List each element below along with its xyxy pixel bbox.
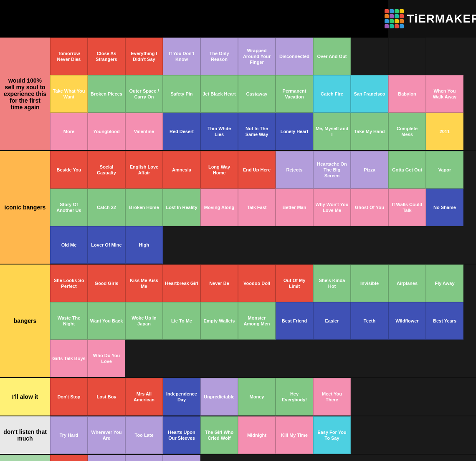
song-tile[interactable]: High: [125, 226, 163, 264]
song-tile[interactable]: Outer Space / Carry On: [125, 75, 163, 113]
song-tile[interactable]: Hey Everybody!: [276, 378, 313, 416]
song-tile[interactable]: Heartache On The Big Screen: [313, 151, 351, 189]
song-tile[interactable]: Best Friend: [276, 302, 313, 340]
song-tile[interactable]: Teeth: [351, 302, 388, 340]
song-tile[interactable]: Everything I Didn't Say: [125, 38, 163, 75]
song-tile[interactable]: 18: [50, 455, 88, 461]
song-tile[interactable]: Out Of My Limit: [276, 265, 313, 302]
song-tile[interactable]: Broken Home: [125, 189, 163, 226]
song-tile[interactable]: [388, 38, 426, 75]
song-tile[interactable]: Meet You There: [313, 378, 351, 416]
song-tile[interactable]: Unpredictable: [200, 378, 238, 416]
song-tile[interactable]: Just Saying: [163, 455, 200, 461]
song-tile[interactable]: Good Girls: [88, 265, 125, 302]
song-tile[interactable]: Why Won't You Love Me: [313, 189, 351, 226]
song-tile[interactable]: Best Years: [426, 302, 463, 340]
song-tile[interactable]: Over And Out: [313, 38, 351, 75]
song-tile[interactable]: Easy For You To Say: [313, 416, 351, 454]
song-tile[interactable]: Castaway: [238, 75, 276, 113]
song-tile[interactable]: Lost Boy: [88, 378, 125, 416]
song-tile[interactable]: Girls Talk Boys: [50, 340, 88, 377]
song-tile[interactable]: Disconnected: [276, 38, 313, 75]
song-tile[interactable]: Me, Myself and I: [313, 113, 351, 150]
song-tile[interactable]: Story Of Another Us: [50, 189, 88, 226]
song-tile[interactable]: No Shame: [426, 189, 463, 226]
song-tile[interactable]: Lie To Me: [163, 302, 200, 340]
song-tile[interactable]: Fly Away: [426, 265, 463, 302]
song-tile[interactable]: Vapor: [426, 151, 463, 189]
song-tile[interactable]: Old Me: [50, 226, 88, 264]
song-tile[interactable]: Kill My Time: [276, 416, 313, 454]
song-tile[interactable]: Ghost Of You: [351, 189, 388, 226]
song-tile[interactable]: End Up Here: [238, 151, 276, 189]
song-tile[interactable]: The Only Reason: [200, 38, 238, 75]
song-tile[interactable]: Broken Pieces: [88, 75, 125, 113]
song-tile[interactable]: If Walls Could Talk: [388, 189, 426, 226]
song-tile[interactable]: Independence Day: [163, 378, 200, 416]
song-tile[interactable]: Don't Stop: [50, 378, 88, 416]
song-tile[interactable]: Catch 22: [88, 189, 125, 226]
song-tile[interactable]: 2011: [426, 113, 463, 150]
song-tile[interactable]: Heartbreak Girl: [163, 265, 200, 302]
song-tile[interactable]: Beside You: [50, 151, 88, 189]
song-tile[interactable]: Better Man: [276, 189, 313, 226]
song-tile[interactable]: Too Late: [125, 416, 163, 454]
song-tile[interactable]: Thin White Lies: [200, 113, 238, 150]
song-tile[interactable]: More: [50, 113, 88, 150]
song-tile[interactable]: Kiss Me Kiss Me: [125, 265, 163, 302]
song-tile[interactable]: Pizza: [351, 151, 388, 189]
song-tile[interactable]: Never Be: [200, 265, 238, 302]
song-tile[interactable]: Complete Mess: [388, 113, 426, 150]
song-tile[interactable]: Hearts Upon Our Sleeves: [163, 416, 200, 454]
song-tile[interactable]: Airplanes: [388, 265, 426, 302]
song-tile[interactable]: Invisible: [351, 265, 388, 302]
song-tile[interactable]: Wildflower: [388, 302, 426, 340]
song-tile[interactable]: [351, 38, 388, 75]
song-tile[interactable]: Midnight: [238, 416, 276, 454]
song-tile[interactable]: Woke Up In Japan: [125, 302, 163, 340]
song-tile[interactable]: Greenlight: [88, 455, 125, 461]
song-tile[interactable]: San Francisco: [351, 75, 388, 113]
song-tile[interactable]: Lonely Heart: [276, 113, 313, 150]
song-tile[interactable]: Try Hard: [50, 416, 88, 454]
song-tile[interactable]: Babylon: [388, 75, 426, 113]
song-tile[interactable]: Monster Among Men: [238, 302, 276, 340]
song-tile[interactable]: English Love Affair: [125, 151, 163, 189]
song-tile[interactable]: Talk Fast: [238, 189, 276, 226]
song-tile[interactable]: Tomorrow Never Dies: [50, 38, 88, 75]
song-tile[interactable]: Wherever You Are: [88, 416, 125, 454]
song-tile[interactable]: Not In The Same Way: [238, 113, 276, 150]
song-tile[interactable]: Long Way Home: [200, 151, 238, 189]
song-tile[interactable]: She's Kinda Hot: [313, 265, 351, 302]
song-tile[interactable]: Money: [238, 378, 276, 416]
song-tile[interactable]: Waste The Night: [50, 302, 88, 340]
song-tile[interactable]: Lost In Reality: [163, 189, 200, 226]
song-tile[interactable]: Want You Back: [88, 302, 125, 340]
song-tile[interactable]: Red Desert: [163, 113, 200, 150]
song-tile[interactable]: If You Don't Know: [163, 38, 200, 75]
song-tile[interactable]: Take My Hand: [351, 113, 388, 150]
song-tile[interactable]: Wrapped Around Your Finger: [238, 38, 276, 75]
song-tile[interactable]: Youngblood: [88, 113, 125, 150]
song-tile[interactable]: Who Do You Love: [88, 340, 125, 377]
song-tile[interactable]: Amnesia: [163, 151, 200, 189]
song-tile[interactable]: Valentine: [125, 113, 163, 150]
song-tile[interactable]: Rejects: [276, 151, 313, 189]
song-tile[interactable]: Catch Fire: [313, 75, 351, 113]
song-tile[interactable]: Voodoo Doll: [238, 265, 276, 302]
song-tile[interactable]: Mrs All American: [125, 378, 163, 416]
song-tile[interactable]: Moving Along: [200, 189, 238, 226]
song-tile[interactable]: Safety Pin: [163, 75, 200, 113]
song-tile[interactable]: Take What You Want: [50, 75, 88, 113]
song-tile[interactable]: Social Casualty: [88, 151, 125, 189]
song-tile[interactable]: Permanent Vacation: [276, 75, 313, 113]
song-tile[interactable]: Gotta Get Out: [388, 151, 426, 189]
song-tile[interactable]: The Girl Who Cried Wolf: [200, 416, 238, 454]
song-tile[interactable]: Easier: [313, 302, 351, 340]
song-tile[interactable]: She Looks So Perfect: [50, 265, 88, 302]
song-tile[interactable]: Jet Black Heart: [200, 75, 238, 113]
song-tile[interactable]: Empty Wallets: [200, 302, 238, 340]
song-tile[interactable]: When You Walk Away: [426, 75, 463, 113]
song-tile[interactable]: Lover Of Mine: [88, 226, 125, 264]
song-tile[interactable]: Daylight: [125, 455, 163, 461]
